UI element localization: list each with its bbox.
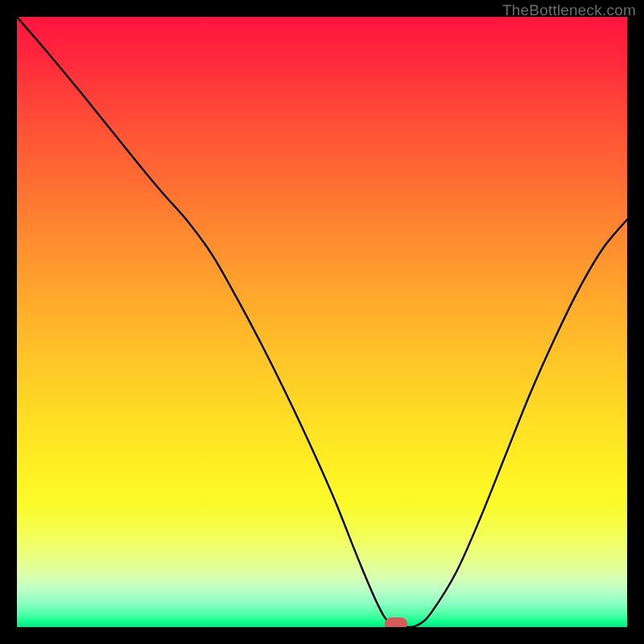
chart-frame: TheBottleneck.com — [0, 0, 644, 644]
sweet-spot-marker — [385, 617, 407, 627]
plot-area — [17, 17, 627, 627]
background-gradient — [17, 17, 627, 627]
